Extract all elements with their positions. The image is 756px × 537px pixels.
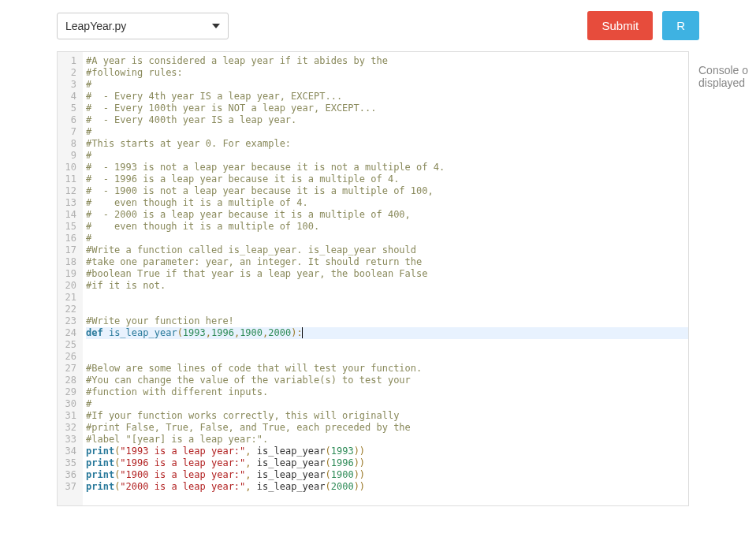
code-content[interactable]: #A year is considered a leap year if it … bbox=[83, 52, 688, 505]
line-number: 22 bbox=[61, 304, 76, 315]
code-line[interactable]: # bbox=[86, 126, 688, 138]
line-number: 21 bbox=[61, 292, 76, 304]
line-number: 29 bbox=[61, 386, 76, 398]
code-line[interactable] bbox=[86, 304, 688, 315]
code-line[interactable]: #This starts at year 0. For example: bbox=[86, 138, 688, 150]
code-line[interactable]: print("1996 is a leap year:", is_leap_ye… bbox=[86, 457, 688, 469]
run-button[interactable]: R bbox=[662, 11, 699, 40]
code-line[interactable]: print("1900 is a leap year:", is_leap_ye… bbox=[86, 469, 688, 481]
line-number: 4 bbox=[61, 91, 76, 103]
line-number: 25 bbox=[61, 339, 76, 351]
console-text-line1: Console o bbox=[698, 64, 754, 76]
code-line[interactable]: # bbox=[86, 79, 688, 91]
code-editor[interactable]: 1234567891011121314151617181920212223242… bbox=[57, 51, 689, 506]
line-number: 14 bbox=[61, 209, 76, 221]
line-number: 8 bbox=[61, 138, 76, 150]
code-line[interactable]: #if it is not. bbox=[86, 280, 688, 292]
code-line[interactable]: #label "[year] is a leap year:". bbox=[86, 434, 688, 446]
console-text-line2: displayed bbox=[698, 76, 754, 89]
line-number: 23 bbox=[61, 315, 76, 327]
code-line[interactable]: #Below are some lines of code that will … bbox=[86, 363, 688, 375]
line-number: 18 bbox=[61, 256, 76, 268]
code-line[interactable]: #If your function works correctly, this … bbox=[86, 410, 688, 422]
line-number: 5 bbox=[61, 103, 76, 114]
line-number: 31 bbox=[61, 410, 76, 422]
line-number: 13 bbox=[61, 197, 76, 209]
line-number: 2 bbox=[61, 67, 76, 79]
code-line[interactable]: # even though it is a multiple of 4. bbox=[86, 197, 688, 209]
code-line[interactable]: def is_leap_year(1993,1996,1900,2000): bbox=[86, 327, 688, 339]
line-number: 9 bbox=[61, 150, 76, 162]
line-number: 28 bbox=[61, 375, 76, 386]
code-line[interactable]: #print False, True, False, and True, eac… bbox=[86, 422, 688, 434]
line-number: 30 bbox=[61, 398, 76, 410]
code-line[interactable]: # bbox=[86, 233, 688, 244]
line-number: 27 bbox=[61, 363, 76, 375]
code-line[interactable]: #take one parameter: year, an integer. I… bbox=[86, 256, 688, 268]
line-number: 33 bbox=[61, 434, 76, 446]
code-line[interactable]: # - Every 100th year is NOT a leap year,… bbox=[86, 103, 688, 114]
line-number: 12 bbox=[61, 185, 76, 197]
code-line[interactable]: #Write a function called is_leap_year. i… bbox=[86, 244, 688, 256]
code-line[interactable]: # - 1996 is a leap year because it is a … bbox=[86, 173, 688, 185]
line-number: 10 bbox=[61, 162, 76, 173]
code-line[interactable]: print("2000 is a leap year:", is_leap_ye… bbox=[86, 481, 688, 493]
line-number: 16 bbox=[61, 233, 76, 244]
line-number: 1 bbox=[61, 55, 76, 67]
code-line[interactable]: # bbox=[86, 150, 688, 162]
code-line[interactable] bbox=[86, 351, 688, 363]
code-line[interactable]: #A year is considered a leap year if it … bbox=[86, 55, 688, 67]
code-line[interactable]: #You can change the value of the variabl… bbox=[86, 375, 688, 386]
file-select-value: LeapYear.py bbox=[65, 20, 126, 32]
code-line[interactable]: # even though it is a multiple of 100. bbox=[86, 221, 688, 233]
code-line[interactable] bbox=[86, 339, 688, 351]
line-number: 17 bbox=[61, 244, 76, 256]
line-number: 15 bbox=[61, 221, 76, 233]
line-number: 26 bbox=[61, 351, 76, 363]
code-line[interactable] bbox=[86, 292, 688, 304]
code-line[interactable]: # - 1900 is not a leap year because it i… bbox=[86, 185, 688, 197]
code-line[interactable]: # bbox=[86, 398, 688, 410]
line-number: 20 bbox=[61, 280, 76, 292]
code-line[interactable]: print("1993 is a leap year:", is_leap_ye… bbox=[86, 446, 688, 457]
line-number: 19 bbox=[61, 268, 76, 280]
code-line[interactable]: #following rules: bbox=[86, 67, 688, 79]
code-line[interactable]: #boolean True if that year is a leap yea… bbox=[86, 268, 688, 280]
code-line[interactable]: #Write your function here! bbox=[86, 315, 688, 327]
main-area: 1234567891011121314151617181920212223242… bbox=[0, 51, 756, 506]
chevron-down-icon bbox=[212, 24, 220, 28]
code-line[interactable]: # - Every 4th year IS a leap year, EXCEP… bbox=[86, 91, 688, 103]
line-number: 36 bbox=[61, 469, 76, 481]
submit-button[interactable]: Submit bbox=[587, 11, 653, 40]
code-line[interactable]: # - Every 400th year IS a leap year. bbox=[86, 114, 688, 126]
code-line[interactable]: # - 1993 is not a leap year because it i… bbox=[86, 162, 688, 173]
toolbar: LeapYear.py Submit R bbox=[0, 0, 756, 51]
line-number: 6 bbox=[61, 114, 76, 126]
line-number: 32 bbox=[61, 422, 76, 434]
line-number: 11 bbox=[61, 173, 76, 185]
line-number: 7 bbox=[61, 126, 76, 138]
line-number: 3 bbox=[61, 79, 76, 91]
line-number-gutter: 1234567891011121314151617181920212223242… bbox=[58, 52, 83, 505]
code-line[interactable]: #function with different inputs. bbox=[86, 386, 688, 398]
file-select-dropdown[interactable]: LeapYear.py bbox=[57, 13, 229, 39]
console-panel: Console o displayed bbox=[698, 51, 754, 506]
line-number: 35 bbox=[61, 457, 76, 469]
line-number: 34 bbox=[61, 446, 76, 457]
line-number: 24 bbox=[61, 327, 76, 339]
line-number: 37 bbox=[61, 481, 76, 493]
code-line[interactable]: # - 2000 is a leap year because it is a … bbox=[86, 209, 688, 221]
